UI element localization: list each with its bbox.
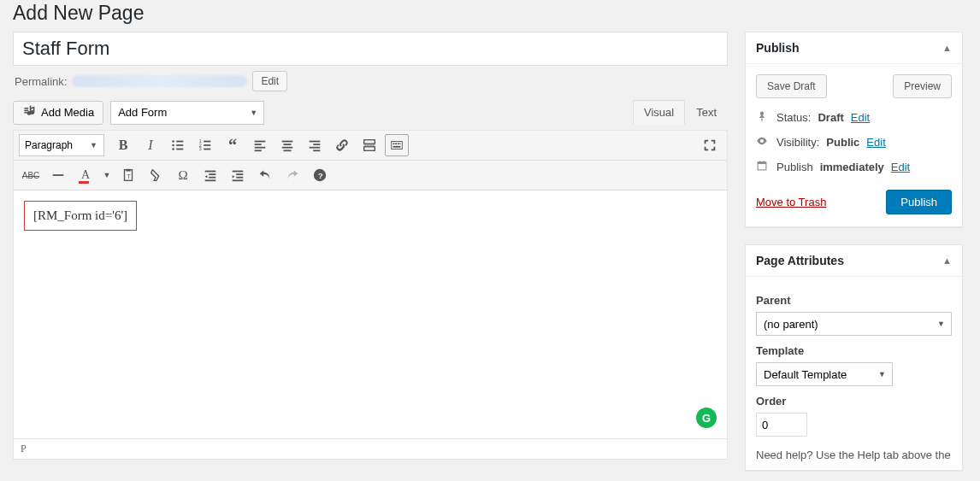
svg-rect-14 bbox=[255, 147, 266, 149]
move-to-trash-link[interactable]: Move to Trash bbox=[756, 196, 826, 208]
svg-rect-19 bbox=[284, 150, 292, 151]
add-media-label: Add Media bbox=[41, 106, 94, 119]
camera-music-icon bbox=[22, 104, 36, 120]
svg-rect-20 bbox=[310, 141, 321, 143]
text-color-button[interactable]: A bbox=[74, 164, 97, 186]
horizontal-rule-button[interactable] bbox=[46, 164, 70, 186]
svg-rect-22 bbox=[310, 147, 321, 149]
add-media-button[interactable]: Add Media bbox=[13, 101, 103, 125]
bullet-list-button[interactable] bbox=[166, 134, 190, 156]
add-form-select[interactable]: Add Form bbox=[110, 101, 264, 125]
status-label: Status: bbox=[776, 111, 811, 124]
special-character-button[interactable]: Ω bbox=[171, 164, 195, 186]
svg-text:3: 3 bbox=[199, 146, 202, 151]
page-title-input[interactable] bbox=[13, 32, 728, 66]
align-right-button[interactable] bbox=[303, 134, 327, 156]
help-button[interactable]: ? bbox=[308, 164, 332, 186]
undo-button[interactable] bbox=[253, 164, 277, 186]
collapse-icon: ▲ bbox=[942, 255, 952, 266]
schedule-edit-link[interactable]: Edit bbox=[891, 161, 910, 173]
schedule-value: immediately bbox=[820, 161, 884, 173]
keyboard-toggle-button[interactable] bbox=[385, 134, 409, 156]
shortcode-text: [RM_Form id='6'] bbox=[24, 201, 137, 231]
outdent-button[interactable] bbox=[198, 164, 222, 186]
numbered-list-button[interactable]: 123 bbox=[193, 134, 217, 156]
status-value: Draft bbox=[818, 111, 843, 124]
svg-rect-33 bbox=[53, 174, 64, 176]
blockquote-button[interactable]: “ bbox=[221, 134, 245, 156]
svg-rect-7 bbox=[204, 141, 210, 143]
svg-rect-41 bbox=[233, 171, 244, 173]
paste-text-button[interactable]: T bbox=[116, 164, 140, 186]
svg-rect-25 bbox=[364, 145, 375, 146]
svg-point-4 bbox=[172, 148, 174, 150]
svg-rect-28 bbox=[393, 143, 395, 144]
collapse-icon: ▲ bbox=[942, 43, 952, 53]
visibility-label: Visibility: bbox=[776, 136, 819, 149]
parent-select[interactable]: (no parent) bbox=[756, 312, 952, 336]
publish-title: Publish bbox=[756, 41, 800, 55]
calendar-icon bbox=[756, 160, 770, 174]
align-center-button[interactable] bbox=[275, 134, 299, 156]
save-draft-button[interactable]: Save Draft bbox=[756, 74, 827, 98]
svg-rect-31 bbox=[400, 143, 401, 144]
page-attributes-metabox: Page Attributes ▲ Parent (no parent) Tem… bbox=[745, 244, 963, 471]
svg-rect-26 bbox=[364, 147, 375, 151]
svg-rect-43 bbox=[236, 177, 243, 179]
page-attributes-title: Page Attributes bbox=[756, 254, 844, 267]
fullscreen-button[interactable] bbox=[698, 134, 722, 156]
publish-metabox-header[interactable]: Publish ▲ bbox=[746, 32, 962, 64]
visibility-value: Public bbox=[826, 136, 859, 149]
svg-rect-39 bbox=[209, 177, 215, 179]
strikethrough-button[interactable]: ABC bbox=[19, 164, 43, 186]
publish-button[interactable]: Publish bbox=[886, 190, 952, 214]
template-select[interactable]: Default Template bbox=[756, 362, 893, 386]
editor-content[interactable]: [RM_Form id='6'] bbox=[14, 191, 727, 438]
schedule-label: Publish bbox=[776, 161, 813, 173]
clear-formatting-button[interactable] bbox=[144, 164, 168, 186]
preview-button[interactable]: Preview bbox=[893, 74, 952, 98]
format-select[interactable]: Paragraph bbox=[19, 134, 104, 156]
svg-rect-30 bbox=[398, 143, 399, 144]
svg-rect-5 bbox=[176, 149, 183, 150]
eye-icon bbox=[756, 135, 770, 150]
svg-rect-37 bbox=[205, 171, 216, 173]
publish-metabox: Publish ▲ Save Draft Preview Status: Dra… bbox=[745, 32, 963, 227]
svg-rect-48 bbox=[758, 162, 766, 164]
svg-rect-15 bbox=[255, 150, 262, 151]
editor-container: Paragraph B I 123 “ bbox=[13, 130, 728, 460]
permalink-label: Permalink: bbox=[15, 75, 67, 88]
status-edit-link[interactable]: Edit bbox=[851, 111, 870, 124]
help-text: Need help? Use the Help tab above the bbox=[756, 449, 952, 461]
svg-rect-38 bbox=[209, 173, 215, 175]
order-label: Order bbox=[756, 395, 952, 408]
svg-rect-27 bbox=[392, 142, 403, 150]
link-button[interactable] bbox=[330, 134, 354, 156]
tab-visual[interactable]: Visual bbox=[633, 100, 685, 125]
svg-rect-3 bbox=[176, 144, 183, 146]
svg-rect-35 bbox=[126, 169, 130, 172]
indent-button[interactable] bbox=[226, 164, 250, 186]
svg-rect-11 bbox=[204, 149, 210, 150]
permalink-edit-button[interactable]: Edit bbox=[252, 71, 287, 91]
grammarly-icon[interactable] bbox=[696, 408, 717, 428]
redo-button[interactable] bbox=[280, 164, 304, 186]
italic-button[interactable]: I bbox=[139, 134, 162, 156]
order-input[interactable] bbox=[756, 413, 807, 437]
bold-button[interactable]: B bbox=[111, 134, 135, 156]
align-left-button[interactable] bbox=[248, 134, 272, 156]
template-label: Template bbox=[756, 344, 952, 357]
svg-rect-50 bbox=[763, 161, 764, 162]
page-attributes-header[interactable]: Page Attributes ▲ bbox=[746, 245, 962, 277]
tab-text[interactable]: Text bbox=[685, 100, 728, 125]
svg-rect-49 bbox=[759, 161, 760, 162]
editor-status-path: P bbox=[14, 438, 727, 459]
read-more-button[interactable] bbox=[357, 134, 381, 156]
text-color-dropdown-icon[interactable]: ▼ bbox=[101, 164, 113, 186]
svg-rect-12 bbox=[255, 141, 266, 143]
pin-icon bbox=[756, 110, 770, 125]
svg-rect-44 bbox=[233, 179, 244, 181]
svg-point-0 bbox=[172, 140, 174, 143]
visibility-edit-link[interactable]: Edit bbox=[866, 136, 885, 149]
svg-rect-29 bbox=[395, 143, 397, 144]
